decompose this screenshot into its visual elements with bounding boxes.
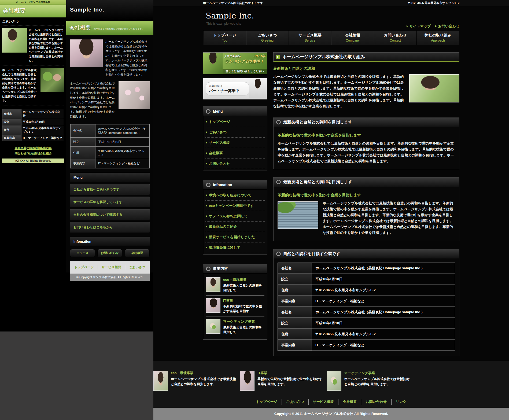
tablet-quick-button[interactable]: ニュース bbox=[70, 249, 95, 257]
nav-item[interactable]: 弊社の取り組み Approach bbox=[416, 31, 459, 45]
business-item[interactable]: IT事業 革新的な技術で世の中を動かす企業を目指す bbox=[206, 296, 264, 316]
table-row: 事業内容 IT・マーケティング・福祉など bbox=[2, 135, 64, 141]
table-label-cell: 事業内容 bbox=[278, 340, 312, 351]
sidebar-menu-item-label: サービス概要 bbox=[209, 140, 230, 145]
sidebar-menu-item[interactable]: お問い合わせ bbox=[205, 159, 265, 169]
sidebar-menu-item[interactable]: 会社概要 bbox=[205, 148, 265, 159]
nav-item[interactable]: お問い合わせ Contact bbox=[374, 31, 416, 45]
nav-item[interactable]: トップページ Top bbox=[203, 31, 246, 45]
nav-item[interactable]: サービス概要 Service bbox=[289, 31, 331, 45]
sidebar-menu-item-label: 会社概要 bbox=[209, 151, 223, 156]
footer-nav-link[interactable]: サービス概要 bbox=[308, 399, 338, 405]
footer-nav-link[interactable]: リンク bbox=[391, 399, 411, 405]
sidebar-infomation-box: Infomation 環境への取り組みについてecoキャンペーン開催中ですオフィ… bbox=[203, 180, 267, 255]
mobile-footer-links-line1[interactable]: 会社概要|技術情報|事業内容 bbox=[14, 146, 51, 150]
table-value-cell: ホームページサンプル株式会社（英語表記 Homepage sample Inc.… bbox=[312, 263, 455, 274]
table-value-cell: IT・マーケティング・福祉など bbox=[21, 135, 64, 141]
table-value-cell: 平成10年1月10日 bbox=[312, 274, 455, 285]
nav-item-label-jp: お問い合わせ bbox=[374, 33, 416, 38]
sidebar-menu-box: Menu トップページごあいさつサービス概要会社概要お問い合わせ bbox=[203, 106, 267, 171]
footer-nav-link[interactable]: ごあいさつ bbox=[282, 399, 308, 405]
tablet-quick-button[interactable]: お問い合わせ bbox=[97, 249, 122, 257]
footer-block-name: IT事業 bbox=[257, 371, 323, 375]
nav-item-label-en: Company bbox=[331, 39, 374, 42]
sidebar-business-list: eco・環境事業 最新技術と自然との調和を目指して IT事業 革新的な技術で世の… bbox=[203, 274, 267, 339]
nav-item[interactable]: 会社情報 Company bbox=[331, 31, 374, 45]
sidebar-menu-item[interactable]: サービス概要 bbox=[205, 138, 265, 148]
mobile-footer-links-line2[interactable]: 問合わせ|利用規約|会社概要 bbox=[14, 152, 52, 155]
footer-business-block[interactable]: マーケティング事業 ホームページサンプル株式会社では最新技術と自然との調和を目指… bbox=[327, 371, 410, 391]
arrow-icon bbox=[435, 25, 437, 27]
table-label-cell: 設立 bbox=[278, 318, 312, 329]
intro-subheading: 最新技術と自然との調和 bbox=[273, 66, 459, 71]
arrow-icon bbox=[206, 215, 207, 217]
sidebar-infomation-item[interactable]: ecoキャンペーン開催中です bbox=[205, 201, 265, 211]
footer-nav-link[interactable]: お問い合わせ bbox=[361, 399, 391, 405]
desktop-topbar-description: ホームページサンプル株式会社のサイトです bbox=[203, 1, 263, 5]
sidebar-infomation-item[interactable]: 環境賞受賞に関して bbox=[205, 242, 265, 253]
sidebar-infomation-item-label: 新規サービスを開始しました bbox=[209, 235, 255, 240]
partner-banner[interactable]: 企業様向け パートナー募集中 bbox=[203, 78, 267, 100]
business-item-name: マーケティング事業 bbox=[223, 319, 264, 324]
nav-item-label-jp: 弊社の取り組み bbox=[417, 33, 459, 38]
sidebar-business-title: 事業内容 bbox=[213, 266, 228, 271]
footer-business-block[interactable]: eco・環境事業 ホームページサンプル株式会社では最新技術と自然との調和を目指し… bbox=[153, 371, 236, 391]
tablet-logo[interactable]: Sample Inc. bbox=[70, 6, 104, 13]
tablet-footer-link[interactable]: トップページ bbox=[71, 265, 98, 270]
utility-link[interactable]: お問い合わせ bbox=[435, 24, 459, 29]
table-row: 住所 〒012-3456 見本県見本市サンプル1−2 bbox=[278, 329, 455, 340]
table-label-cell: 会社名 bbox=[278, 307, 312, 318]
mobile-layout-screenshot: ホームページサンプル株式会社 会社概要 ごあいさつ ホームページサンプル株式会社… bbox=[0, 0, 66, 137]
sidebar-infomation-item[interactable]: 最新商品のご紹介 bbox=[205, 222, 265, 232]
tablet-footer-link[interactable]: サービス概要 bbox=[98, 265, 125, 270]
utility-link-label: お問い合わせ bbox=[438, 24, 459, 29]
table-label-cell: 会社名 bbox=[278, 263, 312, 274]
partner-banner-title: パートナー募集中 bbox=[209, 89, 246, 93]
ranking-banner[interactable]: 人気の新商品 2011年 ランキング1位獲得！ 詳しくはお問い合わせください bbox=[203, 52, 267, 74]
sidebar-infomation-item-label: 環境への取り組みについて bbox=[209, 193, 251, 198]
sidebar-menu-item[interactable]: ごあいさつ bbox=[205, 127, 265, 138]
mobile-footer-links: 会社概要|技術情報|事業内容 問合わせ|利用規約|会社概要 bbox=[2, 146, 64, 156]
utility-link[interactable]: サイトマップ bbox=[407, 24, 431, 29]
tablet-menu-item[interactable]: お問い合わせはこちらから bbox=[70, 222, 150, 233]
section-heading: 最新技術と自然との調和を目指します bbox=[283, 120, 352, 125]
footer-nav-link[interactable]: トップページ bbox=[252, 399, 282, 405]
sidebar-menu-title: Menu bbox=[213, 109, 223, 113]
tablet-footer-nav: トップページサービス概要ごあいさつ bbox=[70, 261, 150, 274]
tablet-menu-item[interactable]: サービスの詳細を解説しています bbox=[70, 197, 150, 207]
table-value-cell: ホームページサンプル株式会社（英語表記 Homepage sample Inc.… bbox=[312, 307, 455, 318]
table-row: 事業内容 IT・マーケティング・福祉など bbox=[70, 159, 149, 168]
sidebar-menu-item[interactable]: トップページ bbox=[205, 117, 265, 127]
section-heading-bar: 自然との調和を目指す企業です bbox=[274, 249, 459, 259]
sidebar-infomation-item[interactable]: オフィスの移転に関して bbox=[205, 211, 265, 222]
tablet-menu-item[interactable]: 当社から皆様へごあいさつです bbox=[70, 184, 150, 195]
photo-woman-portrait bbox=[70, 39, 103, 67]
tablet-footer-link[interactable]: ごあいさつ bbox=[125, 265, 149, 270]
sidebar-infomation-item-label: ecoキャンペーン開催中です bbox=[209, 203, 254, 208]
sidebar-infomation-item[interactable]: 環境への取り組みについて bbox=[205, 190, 265, 201]
table-value-cell: IT・マーケティング・福祉など bbox=[95, 159, 150, 168]
tablet-menu-item[interactable]: 当社の会社概要について確認する bbox=[70, 209, 150, 220]
section-subheading: 革新的な技術で世の中を動かす企業を目指します bbox=[278, 133, 455, 138]
nav-item-label-jp: ごあいさつ bbox=[246, 33, 289, 38]
table-label-cell: 事業内容 bbox=[70, 159, 95, 168]
desktop-sidebar: 人気の新商品 2011年 ランキング1位獲得！ 詳しくはお問い合わせください 企… bbox=[203, 52, 267, 356]
footer-nav-link[interactable]: 会社概要 bbox=[338, 399, 361, 405]
table-label-cell: 住所 bbox=[2, 125, 21, 135]
page-heading-bar: ホームページサンプル株式会社の取り組み bbox=[273, 52, 459, 62]
tablet-page-title: 会社概要 bbox=[69, 24, 91, 31]
table-row: 設立 平成10年1月10日 bbox=[70, 137, 149, 146]
sidebar-infomation-item[interactable]: 新規サービスを開始しました bbox=[205, 232, 265, 242]
photo-woman-park-large bbox=[409, 74, 459, 102]
banner-year-label: 2011年 bbox=[253, 54, 265, 58]
desktop-logo[interactable]: Sample Inc. bbox=[206, 11, 254, 20]
table-row: 事業内容 IT・マーケティング・福祉など bbox=[278, 340, 455, 351]
footer-business-block[interactable]: IT事業 革新的で先鋭的な最新技術で世の中を動かす企業を目指します。 bbox=[240, 371, 323, 391]
banner-ranking-label: ランキング1位獲得！ bbox=[223, 58, 267, 64]
business-item[interactable]: マーケティング事業 最新技術と自然との調和を目指して bbox=[206, 316, 264, 337]
section-heading-bar: 最新技術と自然との調和を目指します bbox=[274, 118, 459, 127]
table-value-cell: ホームページサンプル株式会社 bbox=[21, 109, 64, 119]
tablet-quick-button[interactable]: 会社概要 bbox=[125, 249, 150, 257]
nav-item[interactable]: ごあいさつ Greeting bbox=[246, 31, 289, 45]
business-item[interactable]: eco・環境事業 最新技術と自然との調和を目指して bbox=[206, 275, 264, 296]
